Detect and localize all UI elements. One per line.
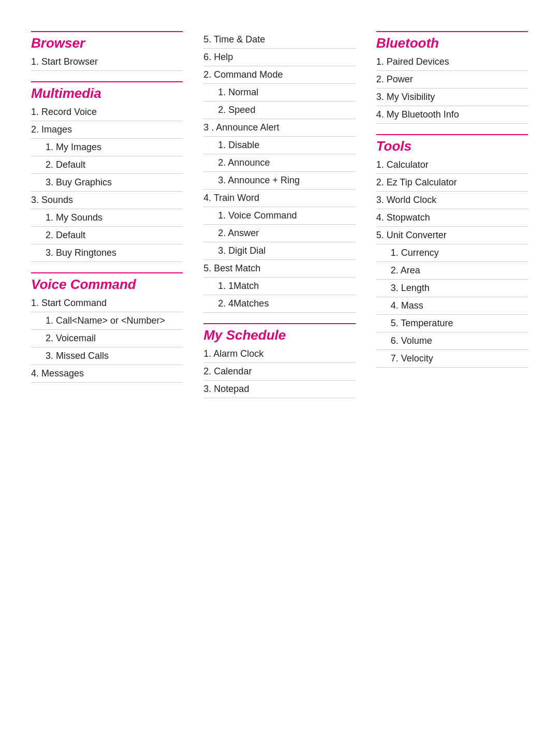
- menu-item: 2. Answer: [203, 225, 355, 242]
- menu-item: 2. Images: [31, 121, 183, 139]
- menu-item: 3. Buy Ringtones: [31, 244, 183, 262]
- menu-item: 2. Default: [31, 156, 183, 174]
- menu-item: 5. Temperature: [376, 315, 528, 332]
- menu-item: 7. Velocity: [376, 350, 528, 368]
- section-browser: Browser1. Start Browser: [31, 31, 183, 71]
- section-voice-command-cont: 5. Time & Date6. Help2. Command Mode1. N…: [203, 31, 355, 313]
- section-title-my-schedule: My Schedule: [203, 323, 355, 343]
- menu-item: 1. Call<Name> or <Number>: [31, 312, 183, 330]
- menu-item: 3. Notepad: [203, 381, 355, 398]
- menu-item: 1. Disable: [203, 137, 355, 154]
- menu-item: 3. Buy Graphics: [31, 174, 183, 192]
- menu-item: 3. My Visibility: [376, 89, 528, 106]
- section-multimedia: Multimedia1. Record Voice2. Images1. My …: [31, 81, 183, 262]
- section-voice-command: Voice Command1. Start Command1. Call<Nam…: [31, 272, 183, 383]
- menu-item: 2. Voicemail: [31, 330, 183, 347]
- menu-item: 5. Best Match: [203, 260, 355, 278]
- menu-item: 4. Train Word: [203, 190, 355, 207]
- menu-item: 4. Messages: [31, 365, 183, 383]
- menu-item: 4. My Bluetooth Info: [376, 106, 528, 124]
- menu-item: 1. Start Command: [31, 295, 183, 312]
- menu-item: 1. Currency: [376, 244, 528, 262]
- menu-item: 1. Alarm Clock: [203, 345, 355, 363]
- menu-item: 2. Area: [376, 262, 528, 280]
- menu-item: 1. My Images: [31, 139, 183, 156]
- column-col1: Browser1. Start BrowserMultimedia1. Reco…: [31, 31, 183, 393]
- menu-item: 2. Command Mode: [203, 66, 355, 84]
- menu-item: 2. Speed: [203, 101, 355, 119]
- page-wrapper: Browser1. Start BrowserMultimedia1. Reco…: [31, 31, 528, 756]
- column-col3: Bluetooth1. Paired Devices2. Power3. My …: [376, 31, 528, 378]
- menu-item: 1. Start Browser: [31, 53, 183, 71]
- menu-item: 5. Unit Converter: [376, 227, 528, 244]
- menu-item: 3. Missed Calls: [31, 347, 183, 365]
- menu-item: 2. 4Matches: [203, 295, 355, 313]
- menu-item: 1. Normal: [203, 84, 355, 101]
- menu-item: 1. 1Match: [203, 278, 355, 295]
- menu-item: 3 . Announce Alert: [203, 119, 355, 137]
- section-title-multimedia: Multimedia: [31, 81, 183, 101]
- menu-item: 2. Announce: [203, 154, 355, 172]
- menu-item: 1. Calculator: [376, 156, 528, 174]
- menu-item: 3. Digit Dial: [203, 242, 355, 260]
- menu-item: 4. Stopwatch: [376, 209, 528, 227]
- menu-item: 3. Length: [376, 280, 528, 297]
- menu-item: 2. Calendar: [203, 363, 355, 381]
- section-title-browser: Browser: [31, 31, 183, 51]
- menu-item: 3. World Clock: [376, 192, 528, 209]
- section-title-bluetooth: Bluetooth: [376, 31, 528, 51]
- section-title-tools: Tools: [376, 134, 528, 154]
- menu-item: 1. Record Voice: [31, 104, 183, 121]
- section-bluetooth: Bluetooth1. Paired Devices2. Power3. My …: [376, 31, 528, 124]
- menu-item: 2. Default: [31, 227, 183, 244]
- menu-item: 1. Paired Devices: [376, 53, 528, 71]
- menu-item: 2. Power: [376, 71, 528, 89]
- section-tools: Tools1. Calculator2. Ez Tip Calculator3.…: [376, 134, 528, 368]
- column-col2: 5. Time & Date6. Help2. Command Mode1. N…: [203, 31, 355, 409]
- menu-item: 1. Voice Command: [203, 207, 355, 225]
- menu-item: 6. Help: [203, 49, 355, 66]
- menu-item: 4. Mass: [376, 297, 528, 315]
- menu-item: 2. Ez Tip Calculator: [376, 174, 528, 192]
- section-title-voice-command: Voice Command: [31, 272, 183, 293]
- section-my-schedule: My Schedule1. Alarm Clock2. Calendar3. N…: [203, 323, 355, 398]
- menu-item: 3. Sounds: [31, 192, 183, 209]
- menu-item: 1. My Sounds: [31, 209, 183, 227]
- menu-item: 6. Volume: [376, 332, 528, 350]
- page-layout: Browser1. Start BrowserMultimedia1. Reco…: [31, 31, 528, 409]
- menu-item: 3. Announce + Ring: [203, 172, 355, 190]
- menu-item: 5. Time & Date: [203, 31, 355, 49]
